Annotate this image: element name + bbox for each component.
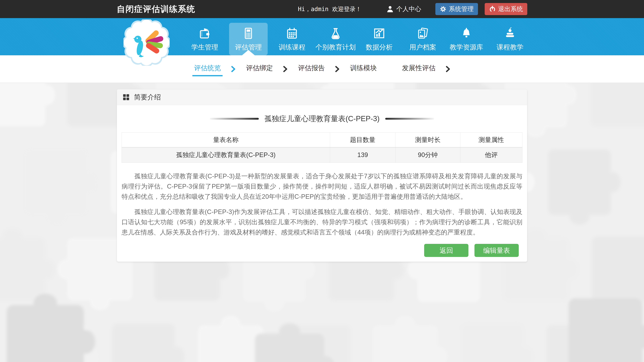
- chevron-right-icon: [446, 66, 451, 72]
- nav-item-course-teaching[interactable]: 课程教学: [491, 23, 529, 55]
- photos-icon: [417, 27, 429, 39]
- chart-icon: [373, 27, 385, 39]
- tab-developmental-assessment[interactable]: 发展性评估: [401, 62, 436, 76]
- back-button[interactable]: 返回: [424, 244, 468, 257]
- scale-title-row: 孤独症儿童心理教育量表(C-PEP-3): [122, 114, 522, 124]
- cell-attribute: 他评: [460, 147, 522, 163]
- tab-assessment-overview[interactable]: 评估统览: [193, 62, 222, 76]
- system-admin-button[interactable]: 系统管理: [435, 3, 478, 15]
- gear-icon: [440, 6, 446, 12]
- col-header-item-count: 题目数量: [330, 133, 395, 147]
- tab-assessment-binding[interactable]: 评估绑定: [245, 62, 274, 76]
- cell-item-count: 139: [330, 147, 395, 163]
- nav-label: 课程教学: [496, 42, 524, 52]
- decorative-line-right: [385, 118, 434, 120]
- welcome-text: Hi，admin 欢迎登录！: [298, 5, 362, 13]
- profile-link[interactable]: 个人中心: [386, 5, 421, 13]
- scale-title: 孤独症儿童心理教育量表(C-PEP-3): [264, 114, 380, 124]
- system-admin-label: 系统管理: [449, 5, 474, 13]
- user-icon: [386, 5, 394, 12]
- topbar-right-cluster: Hi，admin 欢迎登录！ 个人中心 系统管理: [298, 3, 527, 15]
- main-nav: 学生管理 评估管理 训练课程: [0, 18, 644, 55]
- top-bar: 自闭症评估训练系统 Hi，admin 欢迎登录！ 个人中心 系统管理: [0, 0, 644, 18]
- active-nav-pointer: [242, 50, 255, 55]
- nav-label: 数据分析: [366, 42, 392, 52]
- col-header-attribute: 测量属性: [460, 133, 522, 147]
- edit-scale-button[interactable]: 编辑量表: [474, 244, 519, 257]
- table-row: 孤独症儿童心理教育量表(C-PEP-3) 139 90分钟 他评: [122, 147, 522, 163]
- nav-item-resource-library[interactable]: 教学资源库: [447, 23, 486, 55]
- panel-header: 简要介绍: [117, 89, 527, 105]
- app-title: 自闭症评估训练系统: [117, 3, 195, 15]
- bell-icon: [460, 27, 472, 39]
- power-icon: [489, 6, 496, 12]
- cell-duration: 90分钟: [395, 147, 460, 163]
- wallet-icon: [199, 27, 211, 39]
- intro-paragraph-2: 孤独症儿童心理教育量表(C-PEP-3)作为发展评估工具，可以描述孤独症儿童在模…: [122, 207, 522, 238]
- nav-item-iep[interactable]: 个别教育计划: [316, 23, 355, 55]
- nav-item-user-files[interactable]: 用户档案: [404, 23, 442, 55]
- chevron-right-icon: [231, 66, 236, 72]
- nav-label: 学生管理: [191, 42, 218, 52]
- books-icon: [504, 27, 516, 39]
- chevron-right-icon: [283, 66, 288, 72]
- nav-label: 用户档案: [410, 42, 436, 52]
- scale-info-table: 量表名称 题目数量 测量时长 测量属性 孤独症儿童心理教育量表(C-PEP-3)…: [122, 132, 522, 163]
- nav-item-training-course[interactable]: 训练课程: [273, 23, 311, 55]
- nav-label: 训练课程: [278, 42, 306, 52]
- intro-panel: 简要介绍 孤独症儿童心理教育量表(C-PEP-3) 量表名称 题目数量 测量时长…: [117, 89, 527, 262]
- logout-button[interactable]: 退出系统: [485, 3, 527, 15]
- table-header-row: 量表名称 题目数量 测量时长 测量属性: [122, 133, 522, 147]
- profile-label: 个人中心: [396, 5, 421, 13]
- tab-training-module[interactable]: 训练模块: [349, 62, 378, 76]
- nav-item-data-analysis[interactable]: 数据分析: [360, 23, 398, 55]
- main-content: 简要介绍 孤独症儿童心理教育量表(C-PEP-3) 量表名称 题目数量 测量时长…: [0, 89, 644, 262]
- tab-assessment-report[interactable]: 评估报告: [297, 62, 326, 76]
- calculator-icon: [242, 27, 254, 39]
- calendar-icon: [286, 27, 298, 39]
- nav-label: 教学资源库: [450, 42, 483, 52]
- col-header-duration: 测量时长: [395, 133, 460, 147]
- panel-body: 孤独症儿童心理教育量表(C-PEP-3) 量表名称 题目数量 测量时长 测量属性…: [117, 114, 527, 262]
- decorative-line-left: [210, 118, 259, 120]
- grid-icon: [122, 94, 130, 101]
- panel-title: 简要介绍: [134, 92, 161, 102]
- nav-item-assessment[interactable]: 评估管理: [229, 23, 268, 55]
- nav-item-students[interactable]: 学生管理: [186, 23, 224, 55]
- button-row: 返回 编辑量表: [122, 244, 522, 257]
- flask-icon: [330, 27, 342, 39]
- logout-label: 退出系统: [498, 5, 523, 13]
- cell-scale-name: 孤独症儿童心理教育量表(C-PEP-3): [122, 147, 330, 163]
- intro-paragraph-1: 孤独症儿童心理教育量表(C-PEP-3)是一种新型的发展量表，适合于身心发展处于…: [122, 171, 522, 202]
- chevron-right-icon: [335, 66, 340, 72]
- sub-nav: 评估统览 评估绑定 评估报告 训练模块 发展性评估: [0, 55, 644, 83]
- col-header-scale-name: 量表名称: [122, 133, 330, 147]
- app-logo: [124, 19, 170, 66]
- nav-label: 个别教育计划: [316, 42, 356, 52]
